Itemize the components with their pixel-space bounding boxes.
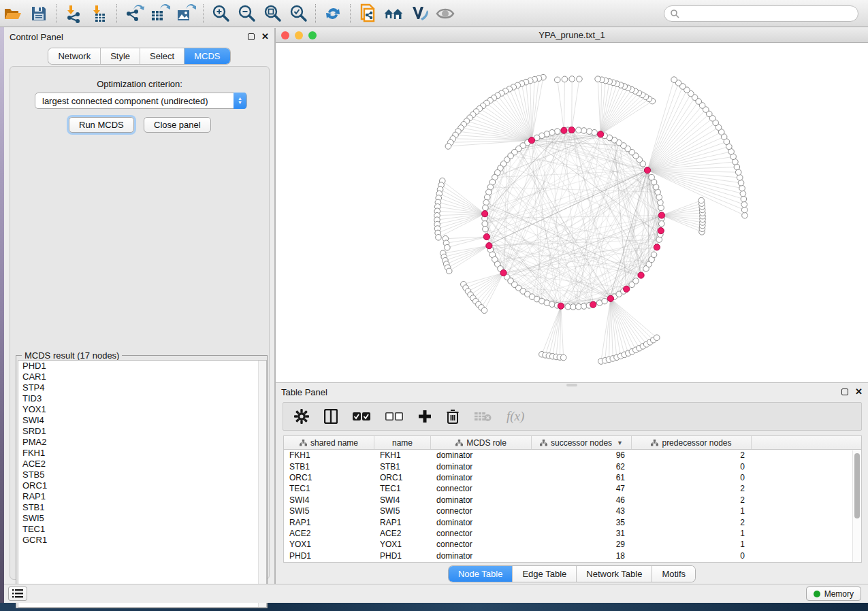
tab-select[interactable]: Select — [140, 48, 184, 64]
network-mcds-hub-node[interactable] — [607, 295, 613, 301]
create-column-icon[interactable] — [418, 410, 432, 423]
delete-columns-icon[interactable] — [447, 409, 459, 424]
close-panel-button[interactable]: Close panel — [144, 117, 211, 133]
export-table-icon[interactable] — [150, 3, 170, 24]
apply-preferred-layout-icon[interactable] — [323, 3, 343, 24]
network-leaf-node[interactable] — [741, 196, 747, 202]
network-node[interactable] — [602, 298, 608, 304]
select-all-icon[interactable] — [353, 412, 370, 421]
network-node[interactable] — [483, 205, 489, 211]
network-leaf-node[interactable] — [738, 180, 744, 186]
network-mcds-hub-node[interactable] — [482, 211, 488, 217]
network-leaf-node[interactable] — [560, 354, 566, 361]
run-mcds-button[interactable]: Run MCDS — [69, 117, 134, 133]
network-node[interactable] — [658, 221, 664, 227]
mcds-result-item[interactable]: SWI4 — [18, 415, 266, 426]
network-leaf-node[interactable] — [741, 201, 748, 208]
open-session-icon[interactable] — [3, 3, 23, 24]
export-image-icon[interactable] — [176, 3, 196, 24]
network-leaf-node[interactable] — [577, 76, 583, 82]
column-header-MCDS-role[interactable]: MCDS role — [431, 436, 532, 449]
close-panel-icon[interactable]: ✕ — [261, 33, 269, 40]
network-leaf-node[interactable] — [554, 77, 560, 83]
network-window-titlebar[interactable]: YPA_prune.txt_1 — [276, 28, 868, 43]
network-mcds-hub-node[interactable] — [658, 227, 664, 233]
network-leaf-node[interactable] — [446, 268, 452, 274]
mcds-result-item[interactable]: TID3 — [18, 393, 266, 404]
mcds-result-item[interactable]: SRD1 — [18, 426, 266, 437]
table-tab-network-table[interactable]: Network Table — [577, 566, 652, 582]
network-mcds-hub-node[interactable] — [644, 167, 650, 174]
mcds-result-item[interactable]: RAP1 — [18, 491, 266, 502]
network-node[interactable] — [554, 129, 560, 135]
tab-mcds[interactable]: MCDS — [184, 48, 229, 64]
mcds-result-item[interactable]: CAR1 — [18, 371, 266, 382]
vizmapper-icon[interactable] — [409, 3, 430, 24]
network-leaf-node[interactable] — [737, 175, 743, 181]
network-mcds-hub-node[interactable] — [598, 131, 604, 137]
network-node[interactable] — [658, 199, 664, 205]
network-leaf-node[interactable] — [741, 207, 748, 213]
show-graphics-details-icon[interactable] — [435, 3, 455, 24]
network-leaf-node[interactable] — [481, 308, 487, 314]
new-network-from-selection-icon[interactable] — [357, 3, 378, 24]
table-row[interactable]: RAP1RAP1dominator352 — [284, 516, 861, 527]
mcds-result-item[interactable]: GCR1 — [18, 535, 266, 546]
network-leaf-node[interactable] — [671, 77, 677, 83]
network-mcds-hub-node[interactable] — [558, 303, 564, 309]
deselect-all-icon[interactable] — [385, 412, 403, 421]
network-mcds-hub-node[interactable] — [561, 127, 567, 133]
network-leaf-node[interactable] — [595, 76, 601, 82]
network-mcds-hub-node[interactable] — [568, 127, 575, 133]
network-leaf-node[interactable] — [740, 191, 746, 197]
table-row[interactable]: ORC1ORC1dominator610 — [284, 472, 861, 483]
network-node[interactable] — [484, 195, 490, 201]
network-node[interactable] — [570, 304, 577, 310]
task-history-button[interactable] — [8, 587, 27, 601]
mcds-result-item[interactable]: SWI5 — [18, 513, 266, 524]
tab-network[interactable]: Network — [48, 48, 101, 64]
mcds-result-list[interactable]: PHD1CAR1STP4TID3YOX1SWI4SRD1PMA2FKH1ACE2… — [18, 360, 267, 608]
network-node[interactable] — [483, 199, 489, 205]
network-leaf-node[interactable] — [445, 244, 451, 250]
show-columns-icon[interactable] — [324, 409, 338, 424]
network-leaf-node[interactable] — [739, 185, 745, 191]
table-row[interactable]: FKH1FKH1dominator962 — [284, 450, 861, 461]
memory-button[interactable]: Memory — [806, 587, 861, 601]
network-mcds-hub-node[interactable] — [528, 137, 534, 144]
table-row[interactable]: PHD1PHD1dominator180 — [284, 550, 861, 561]
network-mcds-hub-node[interactable] — [624, 286, 630, 292]
network-mcds-hub-node[interactable] — [654, 244, 660, 250]
network-node[interactable] — [651, 252, 657, 258]
network-node[interactable] — [581, 303, 587, 310]
table-mode-gear-icon[interactable] — [294, 409, 309, 424]
network-node[interactable] — [658, 205, 664, 211]
search-input[interactable] — [679, 7, 858, 20]
import-table-icon[interactable] — [89, 3, 110, 24]
mcds-result-item[interactable]: FKH1 — [18, 448, 266, 459]
table-scrollbar[interactable] — [852, 450, 861, 562]
network-leaf-node[interactable] — [654, 335, 660, 341]
zoom-fit-icon[interactable] — [262, 3, 283, 24]
delete-table-icon[interactable] — [474, 411, 492, 422]
export-network-icon[interactable] — [124, 3, 144, 24]
scrollbar-thumb[interactable] — [854, 453, 860, 518]
network-leaf-node[interactable] — [562, 76, 568, 82]
network-canvas[interactable] — [276, 43, 868, 382]
float-panel-icon[interactable] — [841, 389, 848, 395]
list-scrollbar[interactable] — [258, 361, 266, 607]
mcds-result-item[interactable]: PHD1 — [18, 361, 266, 371]
network-leaf-node[interactable] — [742, 212, 748, 218]
zoom-in-icon[interactable] — [210, 3, 231, 24]
network-node[interactable] — [586, 129, 592, 135]
network-leaf-node[interactable] — [569, 76, 575, 82]
zoom-out-icon[interactable] — [236, 3, 257, 24]
network-mcds-hub-node[interactable] — [500, 269, 507, 276]
table-row[interactable]: SWI5SWI5connector431 — [284, 506, 861, 516]
network-mcds-hub-node[interactable] — [483, 233, 489, 240]
network-node[interactable] — [633, 278, 639, 284]
network-node[interactable] — [565, 303, 571, 310]
network-node[interactable] — [649, 174, 655, 180]
network-node[interactable] — [581, 128, 587, 134]
network-mcds-hub-node[interactable] — [658, 212, 664, 218]
